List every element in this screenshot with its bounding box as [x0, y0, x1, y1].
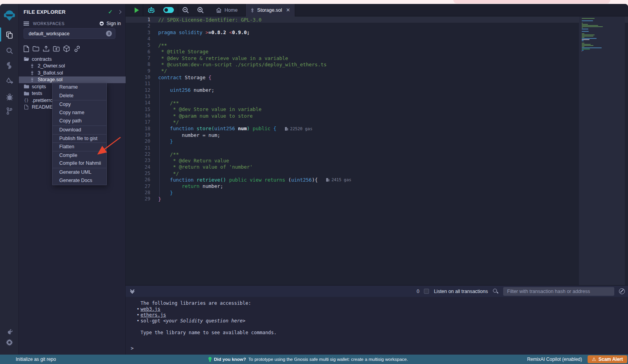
- icon-rail: [0, 4, 19, 355]
- remix-logo[interactable]: [0, 7, 19, 24]
- code-line: 1// SPDX-License-Identifier: GPL-3.0: [126, 16, 579, 23]
- line-number: 18: [126, 126, 150, 131]
- context-menu-item-copy-path[interactable]: Copy path: [53, 117, 106, 126]
- new-folder-icon[interactable]: [33, 46, 39, 51]
- code-line: 26 function retrieve() public view retur…: [126, 177, 579, 183]
- context-menu-item-flatten[interactable]: Flatten: [53, 142, 106, 151]
- run-script-button[interactable]: [126, 4, 143, 16]
- terminal-output[interactable]: The following libraries are accessible:•…: [126, 297, 628, 355]
- workspace-select[interactable]: default_workspace: [24, 28, 115, 39]
- new-file-icon[interactable]: [24, 46, 29, 52]
- line-number: 29: [126, 196, 150, 202]
- context-menu-item-download[interactable]: Download: [53, 126, 106, 134]
- close-tab-icon[interactable]: ✕: [286, 7, 290, 13]
- copilot-toggle[interactable]: [159, 4, 178, 16]
- copilot-status[interactable]: RemixAI Copilot (enabled): [527, 357, 582, 362]
- file-tree-item[interactable]: 3_Ballot.sol: [19, 69, 126, 76]
- folder-icon: [24, 91, 29, 96]
- code-line: 27 return number;: [126, 183, 579, 189]
- code-line: 2: [126, 23, 579, 29]
- deploy-run-icon[interactable]: [0, 75, 19, 88]
- file-explorer-icon[interactable]: [0, 28, 19, 42]
- terminal-line: •ethers.js: [126, 312, 628, 318]
- transaction-count: 0: [416, 289, 419, 294]
- scam-alert-button[interactable]: ⚠ Scam Alert: [588, 355, 627, 363]
- context-menu-item-generate-uml[interactable]: Generate UML: [53, 168, 106, 177]
- code-line: 12 uint256 number;: [126, 87, 579, 93]
- context-menu-item-generate-docs[interactable]: Generate Docs: [53, 177, 106, 185]
- code-line: 21: [126, 145, 579, 151]
- context-menu-item-rename[interactable]: Rename: [53, 83, 106, 92]
- zoom-out-icon[interactable]: [178, 4, 193, 16]
- code-line: 7 * @dev Store & retrieve value in a var…: [126, 55, 579, 61]
- editor-toolbar: Home Storage.sol ✕: [126, 4, 628, 16]
- terminal-link[interactable]: ethers.js: [141, 312, 166, 318]
- line-number: 27: [126, 184, 150, 189]
- transaction-filter-input[interactable]: [503, 287, 614, 296]
- file-tree-item[interactable]: 2_Owner.sol: [19, 63, 126, 70]
- ai-copilot-icon[interactable]: [143, 4, 159, 16]
- expand-terminal-icon[interactable]: [131, 290, 134, 293]
- git-init-link[interactable]: Initialize as git repo: [16, 357, 56, 362]
- code-line: 3pragma solidity >=0.8.2 <0.9.0;: [126, 29, 579, 36]
- tab-storage-sol[interactable]: Storage.sol ✕: [245, 4, 295, 16]
- context-menu-item-compile-for-nahmii[interactable]: Compile for Nahmii: [53, 159, 106, 168]
- file-name: scripts: [32, 84, 46, 89]
- terminal-toolbar: 0 Listen on all transactions: [126, 285, 628, 297]
- minimap[interactable]: [579, 16, 625, 285]
- line-number: 28: [126, 190, 150, 195]
- gas-estimate-badge: 22520 gas: [285, 126, 312, 131]
- context-menu-item-copy-name[interactable]: Copy name: [53, 109, 106, 117]
- file-icon: [24, 105, 29, 109]
- cube-icon[interactable]: [63, 45, 70, 52]
- context-menu-item-delete[interactable]: Delete: [53, 92, 106, 100]
- code-line: 23 * @dev Return value: [126, 157, 579, 164]
- line-number: 3: [126, 30, 150, 35]
- file-tree-item[interactable]: Storage.sol: [19, 76, 126, 84]
- file-tree-item[interactable]: contracts: [19, 56, 126, 63]
- chevron-right-icon[interactable]: [118, 10, 122, 14]
- tab-home[interactable]: Home: [211, 4, 242, 16]
- code-line: 6 * @title Storage: [126, 49, 579, 55]
- code-line: 4: [126, 36, 579, 42]
- listen-checkbox[interactable]: [424, 289, 429, 294]
- clear-terminal-icon[interactable]: [619, 288, 625, 294]
- workspace-menu-icon[interactable]: [24, 22, 29, 25]
- git-icon[interactable]: [0, 104, 19, 118]
- line-number: 15: [126, 107, 150, 112]
- line-number: 8: [126, 62, 150, 67]
- sol-icon: [29, 71, 35, 75]
- search-icon[interactable]: [0, 44, 19, 57]
- zoom-in-icon[interactable]: [193, 4, 208, 16]
- context-menu-item-compile[interactable]: Compile: [53, 151, 106, 160]
- link-icon[interactable]: [73, 46, 81, 52]
- sign-in-button[interactable]: Sign in: [99, 21, 121, 26]
- debugger-icon[interactable]: [0, 90, 19, 104]
- line-number: 25: [126, 171, 150, 176]
- code-line: 25 */: [126, 170, 579, 177]
- terminal-search-icon[interactable]: [493, 288, 498, 294]
- code-line: 19 number = num;: [126, 132, 579, 138]
- status-bar: Initialize as git repo Did you know? To …: [0, 355, 628, 364]
- code-editor[interactable]: 1// SPDX-License-Identifier: GPL-3.023pr…: [126, 16, 628, 285]
- browser-tab-shape: [453, 0, 610, 4]
- line-number: 20: [126, 138, 150, 144]
- terminal-line: Type the library name to see available c…: [126, 330, 628, 336]
- terminal-link[interactable]: web3.js: [141, 306, 161, 312]
- sol-icon: [29, 77, 35, 82]
- context-menu-item-publish-file-to-gist[interactable]: Publish file to gist: [53, 134, 106, 143]
- terminal-line: •sol-gpt <your Solidity question here>: [126, 318, 628, 324]
- main-panel: Home Storage.sol ✕ 1// SPDX-License-Iden…: [126, 4, 628, 355]
- lightbulb-icon: [208, 357, 212, 362]
- workspace-caret-icon: [106, 31, 112, 36]
- upload-folder-icon[interactable]: [53, 46, 60, 52]
- code-line: 22 /**: [126, 151, 579, 157]
- settings-gear-icon[interactable]: [0, 336, 19, 349]
- context-menu-item-copy[interactable]: Copy: [53, 100, 106, 109]
- line-number: 5: [126, 42, 150, 48]
- line-number: 13: [126, 94, 150, 99]
- terminal-prompt[interactable]: >: [131, 345, 134, 351]
- upload-file-icon[interactable]: [43, 46, 49, 52]
- solidity-compiler-icon[interactable]: [0, 59, 19, 72]
- warning-icon: ⚠: [592, 357, 596, 362]
